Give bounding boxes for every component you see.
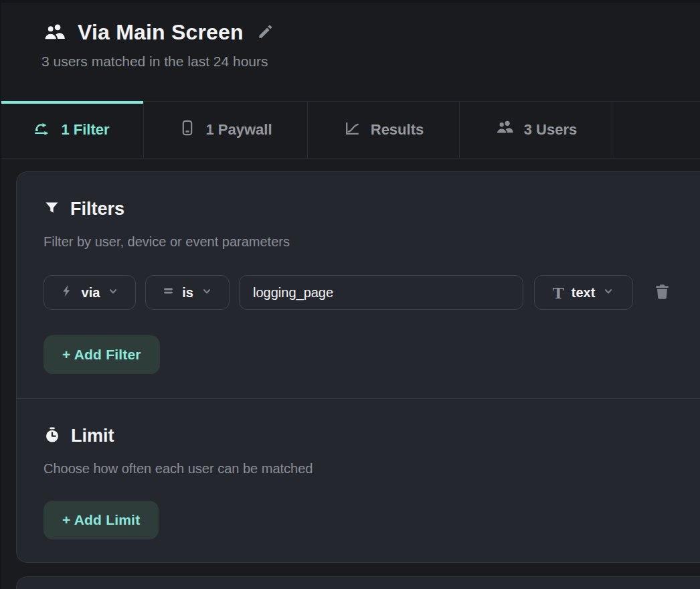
window-edge-top bbox=[0, 0, 700, 3]
results-chart-icon bbox=[343, 119, 361, 141]
lightning-icon bbox=[60, 284, 74, 301]
add-limit-button[interactable]: + Add Limit bbox=[43, 501, 159, 539]
stopwatch-icon bbox=[43, 426, 61, 446]
filter-operator-value: is bbox=[182, 285, 193, 301]
trash-icon bbox=[653, 282, 671, 303]
next-card-stub bbox=[16, 576, 700, 589]
filter-operator-dropdown[interactable]: is bbox=[145, 275, 230, 310]
limit-section: Limit Choose how often each user can be … bbox=[17, 399, 700, 562]
rule-card: Filters Filter by user, device or event … bbox=[16, 171, 700, 563]
chevron-down-icon bbox=[201, 285, 213, 301]
edit-title-button[interactable] bbox=[257, 23, 274, 42]
users-icon bbox=[495, 119, 515, 141]
tab-results[interactable]: Results bbox=[308, 102, 460, 158]
filter-value-input[interactable] bbox=[239, 275, 523, 310]
funnel-icon bbox=[43, 199, 60, 219]
window-edge-left bbox=[0, 0, 1, 589]
limit-heading: Limit bbox=[71, 426, 114, 446]
users-icon bbox=[41, 22, 67, 44]
filters-description: Filter by user, device or event paramete… bbox=[43, 234, 686, 250]
tab-users[interactable]: 3 Users bbox=[460, 102, 612, 158]
add-filter-button[interactable]: + Add Filter bbox=[43, 335, 160, 374]
tab-label: 1 Filter bbox=[61, 121, 109, 139]
tab-label: 3 Users bbox=[524, 121, 578, 139]
filters-heading: Filters bbox=[70, 199, 124, 220]
filters-section: Filters Filter by user, device or event … bbox=[17, 172, 700, 398]
text-type-icon: T bbox=[553, 285, 564, 301]
campaign-tabbar: 1 Filter 1 Paywall Results bbox=[0, 101, 700, 159]
match-summary: 3 users matched in the last 24 hours bbox=[41, 54, 700, 70]
filter-property-dropdown[interactable]: via bbox=[43, 275, 136, 310]
filter-property-value: via bbox=[82, 285, 100, 301]
chevron-down-icon bbox=[602, 285, 614, 301]
campaign-header: Via Main Screen 3 users matched in the l… bbox=[0, 0, 700, 101]
delete-filter-button[interactable] bbox=[653, 282, 671, 303]
filter-type-value: text bbox=[572, 285, 596, 301]
limit-description: Choose how often each user can be matche… bbox=[43, 461, 686, 477]
page-title: Via Main Screen bbox=[78, 20, 244, 45]
tab-label: Results bbox=[371, 121, 424, 139]
chevron-down-icon bbox=[107, 285, 119, 301]
filter-arrow-icon bbox=[33, 119, 52, 141]
pencil-icon bbox=[257, 23, 274, 42]
tabbar-filler bbox=[612, 102, 700, 158]
equals-icon bbox=[162, 284, 175, 301]
paywall-phone-icon bbox=[179, 119, 196, 141]
tab-filter[interactable]: 1 Filter bbox=[0, 102, 144, 158]
filter-type-dropdown[interactable]: T text bbox=[534, 275, 633, 310]
tab-label: 1 Paywall bbox=[205, 121, 272, 139]
filter-row: via is bbox=[43, 275, 686, 310]
tab-paywall[interactable]: 1 Paywall bbox=[144, 102, 308, 158]
